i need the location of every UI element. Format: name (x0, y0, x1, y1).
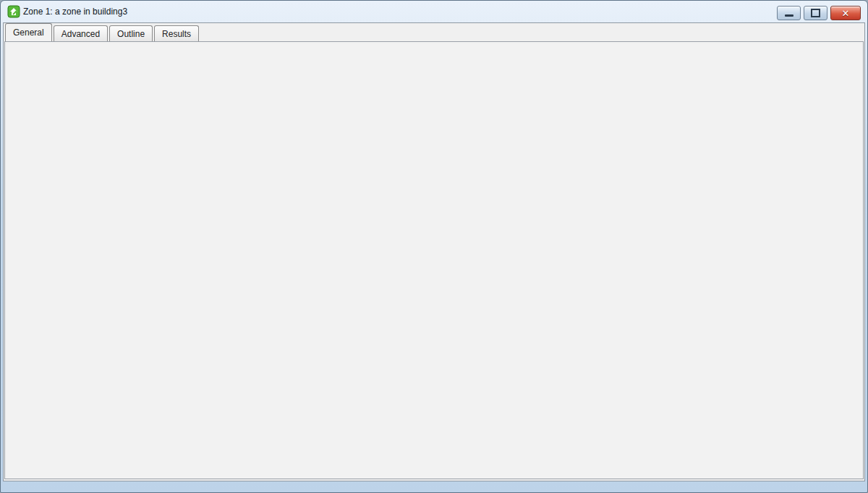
close-button[interactable]: ✕ (830, 6, 861, 20)
minimize-icon (785, 14, 793, 17)
tab-results[interactable]: Results (154, 25, 199, 41)
tab-bar: GeneralAdvancedOutlineResults (5, 25, 200, 41)
title-bar[interactable]: Zone 1: a zone in building3 ✕ (0, 0, 868, 22)
home-icon (7, 5, 20, 18)
maximize-button[interactable] (804, 6, 827, 20)
window-title: Zone 1: a zone in building3 (23, 7, 127, 17)
tab-outline[interactable]: Outline (109, 25, 153, 41)
maximize-icon (811, 9, 820, 17)
close-icon: ✕ (842, 9, 850, 18)
zone-window: Zone 1: a zone in building3 ✕ GeneralAdv… (0, 0, 868, 493)
general-tab-page (4, 41, 864, 479)
tab-advanced[interactable]: Advanced (54, 25, 108, 41)
tab-general[interactable]: General (5, 23, 52, 41)
minimize-button[interactable] (777, 6, 801, 20)
